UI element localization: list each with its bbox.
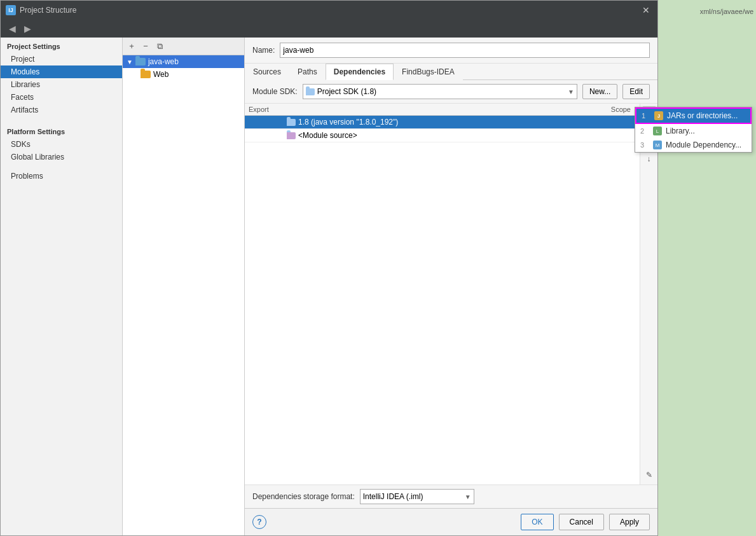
tab-paths-label: Paths xyxy=(298,67,317,76)
tab-sources[interactable]: Sources xyxy=(245,64,289,80)
edit-dependency-button[interactable]: ✎ xyxy=(642,468,656,482)
sidebar-label-libraries: Libraries xyxy=(11,80,40,89)
sidebar-item-project[interactable]: Project xyxy=(1,53,122,65)
tree-add-button[interactable]: + xyxy=(125,40,138,53)
scope-header: Scope xyxy=(585,106,636,113)
sdk-dropdown-arrow: ▼ xyxy=(568,88,574,95)
sidebar: Project Settings Project Modules Librari… xyxy=(1,38,123,535)
name-row: Name: xyxy=(245,38,657,64)
sidebar-label-project: Project xyxy=(11,55,34,64)
tab-paths[interactable]: Paths xyxy=(289,64,326,80)
platform-settings-title: Platform Settings xyxy=(1,123,122,138)
module-name-col: <Module source> xyxy=(287,131,585,140)
deps-row-module-source[interactable]: <Module source> xyxy=(245,129,640,142)
name-label: Name: xyxy=(252,46,275,55)
title-bar: IJ Project Structure ✕ xyxy=(1,1,657,20)
tab-dependencies-label: Dependencies xyxy=(334,67,385,76)
move-down-button[interactable]: ↓ xyxy=(642,152,656,166)
tab-findbugs[interactable]: FindBugs-IDEA xyxy=(394,64,463,80)
sdk-label: Module SDK: xyxy=(252,87,298,96)
dropdown-label-jars: JARs or directories... xyxy=(667,111,738,120)
tree-panel: + − ⧉ ▼ java-web Web xyxy=(123,38,245,535)
title-bar-left: IJ Project Structure xyxy=(6,5,76,15)
sidebar-item-problems[interactable]: Problems xyxy=(1,170,122,182)
name-header xyxy=(287,106,585,113)
dialog-title: Project Structure xyxy=(20,6,76,15)
tree-node-label-java-web: java-web xyxy=(148,57,179,66)
dropdown-label-module: Module Dependency... xyxy=(666,141,741,149)
sidebar-label-facets: Facets xyxy=(11,93,34,102)
main-panel: Name: Sources Paths Dependencies FindBug… xyxy=(245,38,657,535)
sdk-edit-button[interactable]: Edit xyxy=(622,84,650,99)
sidebar-label-problems: Problems xyxy=(11,172,43,181)
sdk-new-button[interactable]: New... xyxy=(582,84,617,99)
project-structure-dialog: IJ Project Structure ✕ ◀ ▶ Project Setti… xyxy=(0,0,658,536)
content-area: Project Settings Project Modules Librari… xyxy=(1,38,657,535)
sidebar-label-modules: Modules xyxy=(11,67,39,76)
help-button[interactable]: ? xyxy=(252,515,266,529)
right-background: xml/ns/javaee/we xyxy=(658,0,756,536)
project-settings-title: Project Settings xyxy=(1,38,122,53)
tree-node-java-web[interactable]: ▼ java-web xyxy=(123,55,244,68)
sdk-select[interactable]: Project SDK (1.8) ▼ xyxy=(303,84,577,99)
sidebar-item-facets[interactable]: Facets xyxy=(1,91,122,104)
apply-button[interactable]: Apply xyxy=(609,514,650,530)
tab-sources-label: Sources xyxy=(253,67,281,76)
nav-back-button[interactable]: ◀ xyxy=(6,22,18,35)
module-folder-icon xyxy=(287,132,296,139)
tree-toolbar: + − ⧉ xyxy=(123,38,244,55)
lib-icon: L xyxy=(653,127,662,135)
sidebar-item-modules[interactable]: Modules xyxy=(1,65,122,78)
sidebar-item-libraries[interactable]: Libraries xyxy=(1,78,122,91)
sidebar-separator-2 xyxy=(1,163,122,170)
storage-label: Dependencies storage format: xyxy=(252,492,355,501)
web-folder-icon xyxy=(141,71,151,78)
bottom-bar: ? OK Cancel Apply xyxy=(245,508,657,535)
storage-value: IntelliJ IDEA (.iml) xyxy=(363,492,423,501)
right-bg-text: xml/ns/javaee/we xyxy=(698,5,756,18)
deps-row-jdk[interactable]: 1.8 (java version "1.8.0_192") xyxy=(245,116,640,129)
tab-content: Module SDK: Project SDK (1.8) ▼ New... E… xyxy=(245,80,657,508)
sidebar-label-sdks: SDKs xyxy=(11,140,31,149)
close-button[interactable]: ✕ xyxy=(640,4,652,17)
nav-forward-button[interactable]: ▶ xyxy=(21,22,34,35)
jdk-folder-icon xyxy=(287,119,296,126)
storage-row: Dependencies storage format: IntelliJ ID… xyxy=(245,484,657,508)
jdk-name-col: 1.8 (java version "1.8.0_192") xyxy=(287,118,585,127)
tree-arrow: ▼ xyxy=(127,58,133,65)
nav-bar: ◀ ▶ xyxy=(1,20,657,38)
sidebar-item-artifacts[interactable]: Artifacts xyxy=(1,104,122,116)
module-label: <Module source> xyxy=(298,131,357,140)
name-input[interactable] xyxy=(280,43,650,58)
deps-header: Export Scope xyxy=(245,104,640,116)
dropdown-item-module[interactable]: 3 M Module Dependency... xyxy=(635,138,752,152)
sidebar-label-global-libraries: Global Libraries xyxy=(11,153,64,161)
sidebar-separator xyxy=(1,116,122,123)
side-toolbar: + − ↑ ↓ ✎ xyxy=(640,104,657,484)
storage-select[interactable]: IntelliJ IDEA (.iml) ▼ xyxy=(360,489,474,504)
ok-button[interactable]: OK xyxy=(521,514,553,530)
tree-node-web[interactable]: Web xyxy=(123,68,244,81)
dropdown-num-1: 1 xyxy=(642,112,650,120)
jar-icon: J xyxy=(654,111,663,120)
sidebar-item-sdks[interactable]: SDKs xyxy=(1,138,122,151)
dropdown-num-3: 3 xyxy=(640,141,649,149)
tree-remove-button[interactable]: − xyxy=(139,40,152,53)
add-dependency-dropdown: 1 J JARs or directories... 2 L Library..… xyxy=(635,107,752,153)
storage-dropdown-arrow: ▼ xyxy=(465,493,471,500)
tree-copy-button[interactable]: ⧉ xyxy=(153,40,166,53)
sdk-value: Project SDK (1.8) xyxy=(317,87,376,96)
sdk-folder-icon xyxy=(306,88,315,95)
dropdown-item-jars[interactable]: 1 J JARs or directories... xyxy=(635,107,752,124)
dropdown-num-2: 2 xyxy=(640,127,649,135)
tab-dependencies[interactable]: Dependencies xyxy=(326,64,394,80)
export-header: Export xyxy=(249,106,287,113)
dropdown-label-library: Library... xyxy=(666,127,695,135)
deps-table: Export Scope 1.8 (java version "1.8.0_19… xyxy=(245,104,640,484)
tab-findbugs-label: FindBugs-IDEA xyxy=(402,67,455,76)
tabs: Sources Paths Dependencies FindBugs-IDEA xyxy=(245,64,657,80)
cancel-button[interactable]: Cancel xyxy=(559,514,604,530)
sidebar-item-global-libraries[interactable]: Global Libraries xyxy=(1,151,122,163)
dropdown-item-library[interactable]: 2 L Library... xyxy=(635,124,752,138)
app-icon: IJ xyxy=(6,5,16,15)
